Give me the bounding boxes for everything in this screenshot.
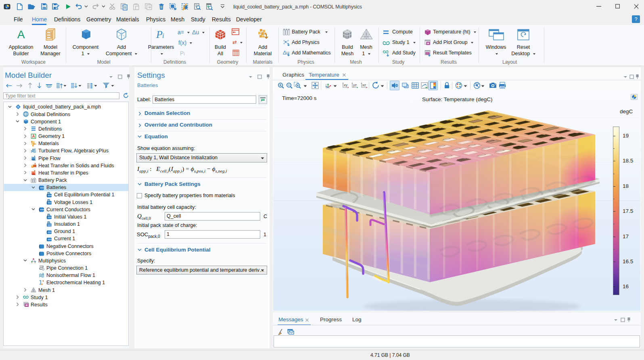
svg-text:i: i — [162, 32, 164, 40]
svg-text:A: A — [17, 29, 25, 41]
svg-text:P: P — [156, 29, 163, 40]
svg-text:D: D — [48, 214, 50, 216]
svg-text:D: D — [48, 192, 50, 194]
svg-text:yz: yz — [353, 83, 357, 87]
svg-text:xz: xz — [362, 83, 366, 87]
svg-text:D: D — [48, 199, 50, 202]
svg-text:D: D — [48, 221, 50, 224]
svg-text:xy: xy — [344, 83, 348, 87]
